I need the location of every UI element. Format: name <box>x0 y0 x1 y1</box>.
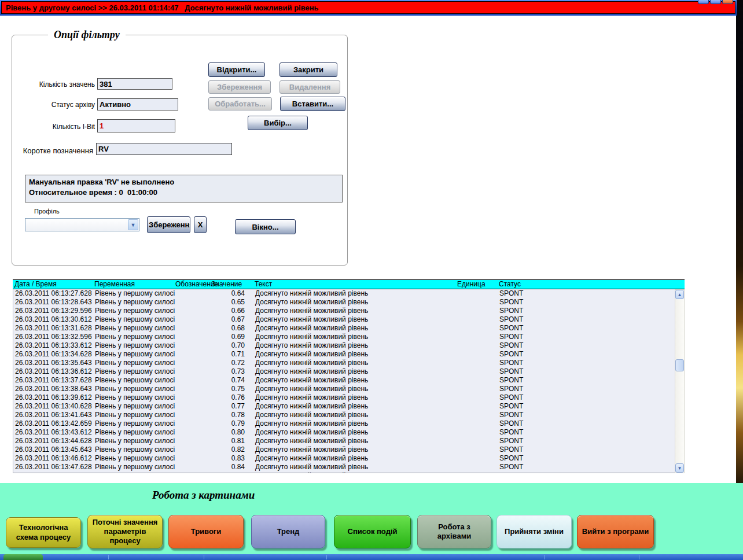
cell-variable: Рівень у першому силосі <box>95 341 175 350</box>
footer-nav-button[interactable]: Поточні значення параметрів процесу <box>87 515 163 548</box>
cell-text: Досягнуто нижній можливий рівень <box>255 376 455 385</box>
cell-value: 0.80 <box>176 428 245 437</box>
ibit-count-field[interactable] <box>97 119 175 132</box>
archive-status-field[interactable] <box>97 98 178 110</box>
cell-variable: Рівень у першому силосі <box>95 324 175 333</box>
footer-nav-button[interactable]: Тренд <box>251 515 325 548</box>
table-row[interactable]: 26.03.2011 06:13:46.612Рівень у першому … <box>13 454 675 463</box>
cell-datetime: 26.03.2011 06:13:37.628 <box>15 376 94 385</box>
table-row[interactable]: 26.03.2011 06:13:36.612Рівень у першому … <box>13 367 675 376</box>
maximize-button[interactable] <box>710 0 721 4</box>
table-row[interactable]: 26.03.2011 06:13:27.628Рівень у першому … <box>13 289 675 298</box>
insert-button[interactable]: Вставити... <box>280 97 345 111</box>
close-button[interactable] <box>722 0 733 4</box>
cell-text: Досягнуто нижній можливий рівень <box>255 367 455 376</box>
cell-status: SPONT <box>499 437 557 445</box>
count-values-field[interactable] <box>97 78 172 90</box>
cell-variable: Рівень у першому силосі <box>95 411 175 419</box>
window-controls <box>698 0 733 3</box>
table-row[interactable]: 26.03.2011 06:13:34.628Рівень у першому … <box>13 350 675 359</box>
table-row[interactable]: 26.03.2011 06:13:30.612Рівень у першому … <box>13 315 675 324</box>
cell-datetime: 26.03.2011 06:13:29.596 <box>15 307 94 315</box>
scroll-up-icon[interactable]: ▲ <box>675 290 684 299</box>
table-row[interactable]: 26.03.2011 06:13:28.643Рівень у першому … <box>13 298 675 307</box>
footer-nav-button[interactable]: Вийти з програми <box>577 515 654 548</box>
footer-nav-button[interactable]: Робота з архівами <box>417 515 491 548</box>
cell-status: SPONT <box>499 411 557 419</box>
profile-save-button[interactable]: Збереження <box>147 216 190 233</box>
header-status[interactable]: Статус <box>499 280 521 289</box>
table-row[interactable]: 26.03.2011 06:13:32.596Рівень у першому … <box>13 333 675 341</box>
header-text[interactable]: Текст <box>255 280 272 289</box>
taskbar[interactable] <box>0 554 743 560</box>
event-table: Дата / Время Переменная Обозначение Знач… <box>13 279 685 473</box>
cell-value: 0.65 <box>176 298 245 307</box>
header-unit[interactable]: Единица <box>457 280 485 289</box>
footer-nav-button[interactable]: Тривоги <box>168 515 244 548</box>
table-row[interactable]: 26.03.2011 06:13:37.628Рівень у першому … <box>13 376 675 385</box>
cell-datetime: 26.03.2011 06:13:33.612 <box>15 341 94 350</box>
cell-status: SPONT <box>499 333 557 341</box>
profile-dropdown[interactable]: ▼ <box>25 218 139 231</box>
cell-text: Досягнуто нижній можливий рівень <box>255 307 455 315</box>
window-button[interactable]: Вікно... <box>235 219 296 234</box>
scrollbar-thumb[interactable] <box>675 359 684 371</box>
footer-nav-button[interactable]: Список подій <box>334 515 411 548</box>
application-window: Рівень у другому силосі >> 26.03.2011 01… <box>0 0 743 560</box>
cell-datetime: 26.03.2011 06:13:41.643 <box>15 411 94 419</box>
table-row[interactable]: 26.03.2011 06:13:33.612Рівень у першому … <box>13 341 675 350</box>
cell-text: Досягнуто нижній можливий рівень <box>255 471 455 473</box>
table-row[interactable]: 26.03.2011 06:13:43.612Рівень у першому … <box>13 428 675 437</box>
table-row[interactable]: 26.03.2011 06:13:42.659Рівень у першому … <box>13 419 675 428</box>
table-row[interactable]: 26.03.2011 06:13:45.643Рівень у першому … <box>13 445 675 454</box>
cell-datetime: 26.03.2011 06:13:34.628 <box>15 350 94 359</box>
cell-variable: Рівень у першому силосі <box>95 402 175 411</box>
table-row[interactable]: 26.03.2011 06:13:47.628Рівень у першому … <box>13 463 675 471</box>
short-name-label: Коротке позначення <box>11 146 93 155</box>
cell-variable: Рівень у першому силосі <box>95 385 175 393</box>
minimize-button[interactable] <box>698 0 709 4</box>
header-datetime[interactable]: Дата / Время <box>14 280 57 289</box>
table-row[interactable]: 26.03.2011 06:13:35.643Рівень у першому … <box>13 359 675 367</box>
cell-variable: Рівень у першому силосі <box>95 437 175 445</box>
table-row[interactable]: 26.03.2011 06:13:29.596Рівень у першому … <box>13 307 675 315</box>
footer-nav-button[interactable]: Прийняти зміни <box>496 515 572 548</box>
open-button[interactable]: Відкрити... <box>208 62 265 77</box>
header-value[interactable]: Значение <box>211 280 242 289</box>
taskbar-divider <box>544 555 545 559</box>
footer-nav-button[interactable]: Технологічна схема процесу <box>6 517 81 548</box>
table-row[interactable]: 26.03.2011 06:13:40.628Рівень у першому … <box>13 402 675 411</box>
profile-clear-button[interactable]: X <box>194 216 207 233</box>
table-row[interactable]: 26.03.2011 06:13:41.643Рівень у першому … <box>13 411 675 419</box>
cell-value: 0.66 <box>176 307 245 315</box>
cell-datetime: 26.03.2011 06:13:28.643 <box>15 298 94 307</box>
ibit-count-label: Кількість I-Bit <box>34 123 95 131</box>
chevron-down-icon[interactable]: ▼ <box>128 219 138 230</box>
delete-button[interactable]: Видалення <box>279 80 340 94</box>
close-archive-button[interactable]: Закрити <box>279 62 337 77</box>
cell-text: Досягнуто нижній можливий рівень <box>255 359 455 367</box>
header-variable[interactable]: Переменная <box>94 280 135 289</box>
table-row[interactable]: Досягнуто нижній можливий рівень <box>13 471 675 473</box>
scroll-down-icon[interactable]: ▼ <box>675 463 684 473</box>
cell-status: SPONT <box>499 376 557 385</box>
footer-title: Робота з картинами <box>152 489 255 502</box>
table-row[interactable]: 26.03.2011 06:13:39.612Рівень у першому … <box>13 393 675 402</box>
start-button[interactable] <box>3 554 43 560</box>
vertical-scrollbar[interactable]: ▲ ▼ <box>675 289 685 473</box>
cell-text: Досягнуто нижній можливий рівень <box>255 463 455 471</box>
table-row[interactable]: 26.03.2011 06:13:38.643Рівень у першому … <box>13 385 675 393</box>
table-row[interactable]: 26.03.2011 06:13:44.628Рівень у першому … <box>13 437 675 445</box>
table-row[interactable]: 26.03.2011 06:13:31.628Рівень у першому … <box>13 324 675 333</box>
cell-value: 0.78 <box>176 411 245 419</box>
cell-status: SPONT <box>499 359 557 367</box>
cell-value: 0.71 <box>176 350 245 359</box>
cell-text: Досягнуто нижній можливий рівень <box>255 454 455 463</box>
short-name-field[interactable] <box>96 143 232 155</box>
select-button[interactable]: Вибір... <box>248 116 308 130</box>
save-button[interactable]: Збереження <box>208 80 271 94</box>
cell-value: 0.77 <box>176 402 245 411</box>
archive-status-label: Статус архіву <box>34 101 95 109</box>
process-button[interactable]: Обработать... <box>208 97 272 110</box>
cell-status: SPONT <box>499 385 557 393</box>
